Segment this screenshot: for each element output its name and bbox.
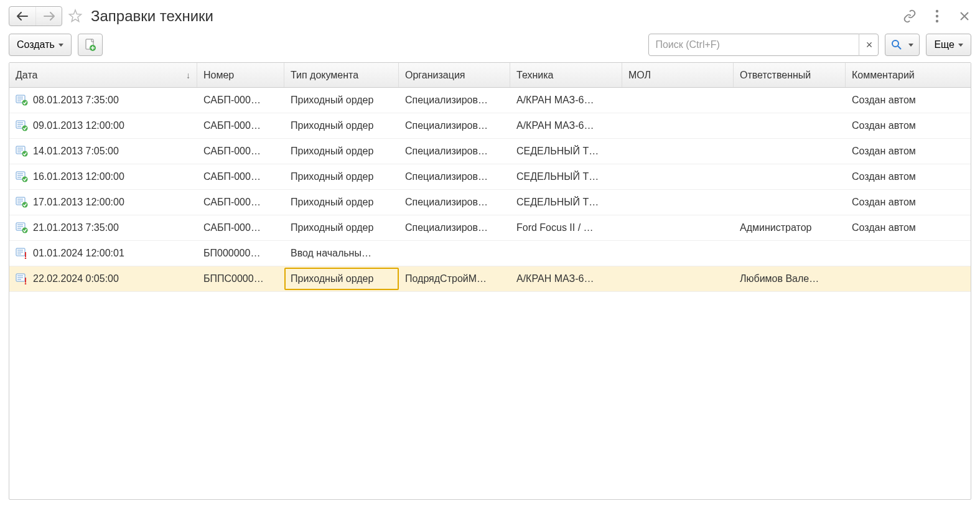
- cell-tech[interactable]: СЕДЕЛЬНЫЙ Т…: [510, 190, 622, 215]
- cell-doc-type[interactable]: Приходный ордер: [284, 88, 399, 113]
- cell-number[interactable]: БП000000…: [197, 241, 284, 266]
- cell-number[interactable]: САБП-000…: [197, 190, 284, 215]
- cell-date[interactable]: 17.01.2013 12:00:00: [9, 190, 197, 215]
- cell-tech[interactable]: [510, 241, 622, 266]
- search-input[interactable]: [648, 34, 879, 56]
- cell-doc-type[interactable]: Ввод начальны…: [284, 241, 399, 266]
- close-icon[interactable]: [958, 9, 971, 23]
- cell-date[interactable]: 08.01.2013 7:35:00: [9, 88, 197, 113]
- cell-resp[interactable]: Администратор: [734, 215, 846, 240]
- table-row[interactable]: 22.02.2024 0:05:00БППС0000…Приходный орд…: [9, 266, 971, 292]
- cell-mol[interactable]: [622, 241, 734, 266]
- cell-resp[interactable]: [734, 113, 846, 138]
- more-button[interactable]: Еще: [926, 34, 971, 56]
- cell-resp[interactable]: [734, 164, 846, 189]
- table-row[interactable]: 09.01.2013 12:00:00САБП-000…Приходный ор…: [9, 113, 971, 139]
- cell-date[interactable]: 01.01.2024 12:00:01: [9, 241, 197, 266]
- cell-date[interactable]: 22.02.2024 0:05:00: [9, 266, 197, 291]
- cell-date[interactable]: 09.01.2013 12:00:00: [9, 113, 197, 138]
- cell-doc-type[interactable]: Приходный ордер: [284, 190, 399, 215]
- cell-resp[interactable]: [734, 139, 846, 164]
- cell-comment[interactable]: Создан автом: [846, 88, 971, 113]
- cell-date-text: 14.01.2013 7:05:00: [33, 146, 119, 157]
- cell-comment[interactable]: Создан автом: [846, 190, 971, 215]
- cell-date[interactable]: 14.01.2013 7:05:00: [9, 139, 197, 164]
- cell-doc-type[interactable]: Приходный ордер: [284, 268, 399, 290]
- th-comment[interactable]: Комментарий: [846, 63, 971, 87]
- kebab-menu-icon[interactable]: [930, 9, 944, 23]
- cell-org[interactable]: Специализиров…: [399, 113, 510, 138]
- cell-date[interactable]: 16.01.2013 12:00:00: [9, 164, 197, 189]
- caret-down-icon: [908, 44, 913, 47]
- th-date[interactable]: Дата ↓: [9, 63, 197, 87]
- cell-tech[interactable]: Ford Focus II / …: [510, 215, 622, 240]
- nav-back-button[interactable]: [9, 7, 35, 26]
- nav-forward-button[interactable]: [35, 7, 62, 26]
- cell-tech[interactable]: СЕДЕЛЬНЫЙ Т…: [510, 164, 622, 189]
- document-posted-icon: [16, 120, 28, 132]
- cell-comment[interactable]: Создан автом: [846, 164, 971, 189]
- cell-comment[interactable]: Создан автом: [846, 113, 971, 138]
- cell-resp[interactable]: Любимов Вале…: [734, 266, 846, 291]
- th-resp[interactable]: Ответственный: [734, 63, 846, 87]
- cell-tech[interactable]: А/КРАН МАЗ-6…: [510, 88, 622, 113]
- cell-org[interactable]: Специализиров…: [399, 190, 510, 215]
- cell-date-text: 22.02.2024 0:05:00: [33, 273, 119, 284]
- th-tech-label: Техника: [516, 70, 553, 81]
- cell-doc-type[interactable]: Приходный ордер: [284, 139, 399, 164]
- create-copy-button[interactable]: [78, 34, 103, 56]
- cell-tech[interactable]: А/КРАН МАЗ-6…: [510, 113, 622, 138]
- cell-comment[interactable]: [846, 241, 971, 266]
- cell-resp[interactable]: [734, 190, 846, 215]
- cell-comment[interactable]: [846, 266, 971, 291]
- cell-doc-type[interactable]: Приходный ордер: [284, 164, 399, 189]
- cell-mol[interactable]: [622, 139, 734, 164]
- create-button[interactable]: Создать: [9, 34, 72, 56]
- cell-mol[interactable]: [622, 266, 734, 291]
- table-row[interactable]: 08.01.2013 7:35:00САБП-000…Приходный орд…: [9, 88, 971, 113]
- th-tech[interactable]: Техника: [510, 63, 622, 87]
- cell-number[interactable]: САБП-000…: [197, 139, 284, 164]
- cell-org[interactable]: [399, 241, 510, 266]
- cell-doc-type[interactable]: Приходный ордер: [284, 113, 399, 138]
- cell-number[interactable]: САБП-000…: [197, 164, 284, 189]
- cell-mol[interactable]: [622, 113, 734, 138]
- th-org[interactable]: Организация: [399, 63, 510, 87]
- cell-number[interactable]: БППС0000…: [197, 266, 284, 291]
- more-button-label: Еще: [934, 39, 954, 50]
- cell-comment[interactable]: Создан автом: [846, 215, 971, 240]
- search-clear-button[interactable]: ×: [859, 34, 879, 56]
- link-icon[interactable]: [903, 9, 917, 23]
- cell-resp[interactable]: [734, 88, 846, 113]
- table-row[interactable]: 17.01.2013 12:00:00САБП-000…Приходный ор…: [9, 190, 971, 215]
- cell-mol[interactable]: [622, 164, 734, 189]
- table-row[interactable]: 21.01.2013 7:35:00САБП-000…Приходный орд…: [9, 215, 971, 241]
- cell-mol[interactable]: [622, 88, 734, 113]
- th-number[interactable]: Номер: [197, 63, 284, 87]
- cell-number[interactable]: САБП-000…: [197, 113, 284, 138]
- cell-tech[interactable]: СЕДЕЛЬНЫЙ Т…: [510, 139, 622, 164]
- table-row[interactable]: 16.01.2013 12:00:00САБП-000…Приходный ор…: [9, 164, 971, 190]
- cell-comment[interactable]: Создан автом: [846, 139, 971, 164]
- search-options-button[interactable]: [885, 34, 920, 56]
- cell-doc-type[interactable]: Приходный ордер: [284, 215, 399, 240]
- table-row[interactable]: 01.01.2024 12:00:01БП000000…Ввод начальн…: [9, 241, 971, 266]
- cell-org[interactable]: Специализиров…: [399, 215, 510, 240]
- cell-resp[interactable]: [734, 241, 846, 266]
- cell-org[interactable]: ПодрядСтройМ…: [399, 266, 510, 291]
- favorite-star-icon[interactable]: [66, 7, 85, 26]
- cell-number[interactable]: САБП-000…: [197, 88, 284, 113]
- cell-org[interactable]: Специализиров…: [399, 139, 510, 164]
- cell-mol[interactable]: [622, 215, 734, 240]
- cell-org[interactable]: Специализиров…: [399, 88, 510, 113]
- cell-mol[interactable]: [622, 190, 734, 215]
- table-body[interactable]: 08.01.2013 7:35:00САБП-000…Приходный орд…: [9, 88, 971, 499]
- cell-date[interactable]: 21.01.2013 7:35:00: [9, 215, 197, 240]
- table-row[interactable]: 14.01.2013 7:05:00САБП-000…Приходный орд…: [9, 139, 971, 164]
- svg-point-1: [936, 15, 938, 17]
- cell-tech[interactable]: А/КРАН МАЗ-6…: [510, 266, 622, 291]
- cell-org[interactable]: Специализиров…: [399, 164, 510, 189]
- th-mol[interactable]: МОЛ: [622, 63, 734, 87]
- cell-number[interactable]: САБП-000…: [197, 215, 284, 240]
- th-doc-type[interactable]: Тип документа: [284, 63, 399, 87]
